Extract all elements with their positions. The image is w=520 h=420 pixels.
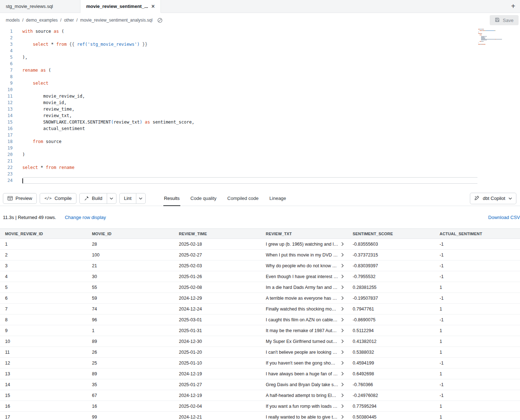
- code-line[interactable]: select * from {{ ref('stg_movie_reviews'…: [22, 41, 477, 48]
- code-line[interactable]: movie_id,: [22, 99, 477, 106]
- save-button[interactable]: Save: [490, 15, 519, 25]
- change-row-display-link[interactable]: Change row display: [65, 215, 106, 220]
- lint-button[interactable]: Lint: [119, 193, 136, 204]
- lint-dropdown-chevron[interactable]: [136, 193, 146, 204]
- expand-cell-icon[interactable]: [341, 242, 344, 246]
- cell: -1: [435, 358, 520, 368]
- cell: 2025-02-03: [174, 260, 261, 271]
- code-line[interactable]: ),: [22, 54, 477, 61]
- cell: 28: [87, 239, 174, 250]
- tab-stg-movie-reviews[interactable]: stg_movie_reviews.sql: [0, 0, 80, 13]
- expand-cell-icon[interactable]: [341, 329, 344, 332]
- cell: 16: [0, 401, 87, 412]
- column-header: REVIEW_TXT: [261, 229, 348, 239]
- expand-cell-icon[interactable]: [341, 296, 344, 300]
- review-text: I have always been a huge fan of "Hom…: [266, 371, 338, 376]
- cell: 2024-12-24: [174, 304, 261, 314]
- code-line[interactable]: [22, 73, 477, 80]
- table-row: 14352025-01-27Greg Davis and Bryan Daly …: [0, 379, 520, 390]
- code-line[interactable]: [22, 145, 477, 151]
- breadcrumb-item[interactable]: demo_examples: [26, 18, 58, 23]
- expand-cell-icon[interactable]: [341, 372, 344, 376]
- review-text: Im a die hard Dads Army fan and nothi…: [266, 285, 338, 290]
- cell: 0.7947761: [348, 304, 435, 314]
- cell: I have always been a huge fan of "Hom…: [261, 368, 348, 379]
- expand-cell-icon[interactable]: [341, 318, 344, 322]
- review-text: A half-hearted attempt to bring Elvis P…: [266, 393, 338, 398]
- code-line[interactable]: [22, 35, 477, 41]
- tab-lineage[interactable]: Lineage: [264, 191, 291, 206]
- table-row: 15672024-12-19A half-hearted attempt to …: [0, 390, 520, 401]
- expand-cell-icon[interactable]: [341, 307, 344, 311]
- code-line[interactable]: [22, 171, 477, 177]
- code-line[interactable]: review_time,: [22, 106, 477, 112]
- cell: 8: [0, 314, 87, 325]
- new-tab-button[interactable]: +: [506, 0, 520, 13]
- download-csv-link[interactable]: Download CSV: [488, 215, 520, 220]
- table-row: 3212025-02-03Why do people who do not kn…: [0, 260, 520, 271]
- action-toolbar: Preview </> Compile Build Lint: [0, 191, 520, 206]
- build-dropdown-chevron[interactable]: [107, 193, 116, 204]
- code-line[interactable]: actual_sentiment: [22, 125, 477, 132]
- code-line[interactable]: [22, 86, 477, 93]
- expand-cell-icon[interactable]: [341, 264, 344, 268]
- code-line[interactable]: [22, 132, 477, 138]
- code-line[interactable]: SNOWFLAKE.CORTEX.SENTIMENT(review_txt) a…: [22, 119, 477, 125]
- code-line[interactable]: [22, 61, 477, 67]
- review-text: It may be the remake of 1987 Autumn'…: [266, 328, 338, 333]
- expand-cell-icon[interactable]: [341, 383, 344, 387]
- close-tab-icon[interactable]: ×: [151, 4, 155, 9]
- expand-cell-icon[interactable]: [341, 415, 344, 419]
- code-line[interactable]: select * from rename: [22, 164, 477, 171]
- cell: -1: [435, 271, 520, 282]
- review-text: A terrible movie as everyone has said. …: [266, 296, 338, 301]
- expand-cell-icon[interactable]: [341, 339, 344, 343]
- expand-cell-icon[interactable]: [341, 274, 344, 278]
- minimap[interactable]: [478, 29, 518, 46]
- line-number: 19: [0, 145, 13, 151]
- code-line[interactable]: [22, 48, 477, 54]
- line-number: 14: [0, 112, 13, 119]
- cell: Greg Davis and Bryan Daly take some …: [261, 379, 348, 390]
- copilot-label: dbt Copilot: [483, 196, 505, 201]
- code-line[interactable]: movie_review_id,: [22, 93, 477, 99]
- tab-code-quality[interactable]: Code quality: [185, 191, 222, 206]
- preview-button[interactable]: Preview: [3, 193, 37, 204]
- expand-cell-icon[interactable]: [341, 404, 344, 408]
- tab-compiled-code[interactable]: Compiled code: [222, 191, 264, 206]
- code-line[interactable]: [22, 177, 477, 184]
- cell: -0.19507837: [348, 293, 435, 304]
- code-line[interactable]: with source as (: [22, 28, 477, 35]
- line-number: 9: [0, 80, 13, 86]
- cell: 2025-02-27: [174, 250, 261, 260]
- code-line[interactable]: review_txt,: [22, 112, 477, 119]
- tab-movie-review-sentiment[interactable]: movie_review_sentiment_... ×: [80, 0, 161, 13]
- editor-code[interactable]: with source as ( select * from {{ ref('s…: [22, 28, 477, 191]
- dbt-copilot-button[interactable]: dbt Copilot: [470, 193, 516, 204]
- expand-cell-icon[interactable]: [341, 361, 344, 365]
- expand-cell-icon[interactable]: [341, 350, 344, 354]
- column-header: MOVIE_ID: [87, 229, 174, 239]
- line-number: 13: [0, 106, 13, 112]
- expand-cell-icon[interactable]: [341, 285, 344, 289]
- cell: 0.41382012: [348, 336, 435, 347]
- build-button[interactable]: Build: [79, 193, 107, 204]
- code-line[interactable]: select: [22, 80, 477, 86]
- table-row: 912025-01-31It may be the remake of 1987…: [0, 325, 520, 336]
- code-line[interactable]: [22, 158, 477, 164]
- cell: 1: [435, 325, 520, 336]
- cell: 55: [87, 282, 174, 293]
- breadcrumb-item[interactable]: other: [64, 18, 74, 23]
- cell: -0.7955532: [348, 271, 435, 282]
- expand-cell-icon[interactable]: [341, 393, 344, 397]
- cell: 17: [0, 412, 87, 420]
- code-line[interactable]: rename as (: [22, 67, 477, 73]
- review-text: When I put this movie in my DVD playe…: [266, 253, 338, 258]
- code-line[interactable]: from source: [22, 138, 477, 145]
- compile-button[interactable]: </> Compile: [40, 193, 76, 204]
- code-line[interactable]: ): [22, 151, 477, 158]
- expand-cell-icon[interactable]: [341, 253, 344, 257]
- breadcrumb-item[interactable]: models: [6, 18, 20, 23]
- cell: 2025-01-27: [174, 379, 261, 390]
- tab-results[interactable]: Results: [159, 191, 185, 206]
